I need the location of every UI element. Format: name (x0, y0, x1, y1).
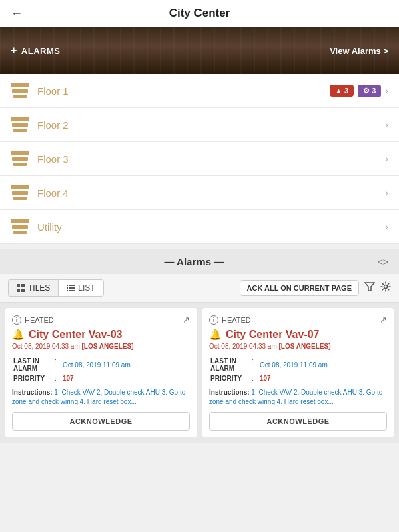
code-icon[interactable]: <> (378, 257, 388, 267)
toolbar-right: ACK ALL ON CURRENT PAGE (240, 280, 391, 296)
back-button[interactable]: ← (11, 7, 23, 21)
info-icon: i (12, 315, 21, 325)
alarm-card-1: i HEATED ↗ 🔔 City Center Vav-03 Oct 08, … (5, 308, 197, 437)
bell-icon: 🔔 (209, 329, 222, 341)
card-title-1: 🔔 City Center Vav-03 (12, 329, 190, 341)
chevron-icon: › (385, 153, 388, 164)
floor-icon (11, 83, 29, 98)
acknowledge-button-2[interactable]: ACKNOWLEDGE (209, 412, 387, 431)
page-title: City Center (169, 7, 230, 20)
share-icon[interactable]: ↗ (183, 315, 190, 325)
table-row: PRIORITY : 107 (13, 374, 189, 383)
alarm-badge-floor1: ▲ 3 (330, 85, 354, 97)
svg-point-9 (67, 290, 68, 291)
chevron-icon: › (385, 119, 388, 130)
view-alarms-link[interactable]: View Alarms > (330, 46, 388, 56)
floor-1-name: Floor 1 (37, 85, 69, 97)
list-button[interactable]: LIST (58, 279, 103, 297)
svg-point-11 (384, 285, 388, 289)
floor-4-name: Floor 4 (37, 187, 69, 199)
svg-rect-4 (69, 285, 75, 286)
card-date-1: Oct 08, 2019 04:33 am [LOS ANGELES] (12, 343, 190, 350)
floor-item-4[interactable]: Floor 4 › (0, 176, 399, 210)
svg-rect-0 (17, 284, 20, 287)
alarms-header: — Alarms — <> (0, 249, 399, 274)
settings-icon[interactable] (380, 281, 391, 295)
table-row: PRIORITY : 107 (210, 374, 386, 383)
info-icon: i (209, 315, 218, 325)
svg-point-7 (67, 285, 68, 286)
header: ← City Center (0, 0, 399, 27)
bell-icon: 🔔 (12, 329, 25, 341)
floor-item-3[interactable]: Floor 3 › (0, 142, 399, 176)
tiles-icon (17, 284, 25, 292)
svg-rect-6 (69, 290, 75, 291)
card-instructions-1: Instructions: 1. Check VAV 2. Double che… (12, 388, 190, 407)
banner: + ALARMS View Alarms > (0, 27, 399, 74)
cards-grid: i HEATED ↗ 🔔 City Center Vav-03 Oct 08, … (0, 303, 399, 443)
utility-name: Utility (37, 221, 62, 233)
ack-all-button[interactable]: ACK ALL ON CURRENT PAGE (240, 280, 359, 296)
filter-icon[interactable] (364, 281, 375, 295)
svg-rect-5 (69, 287, 75, 289)
chevron-icon: › (385, 85, 388, 96)
plus-icon: + (11, 45, 17, 57)
svg-rect-1 (21, 284, 25, 287)
floor-item-2[interactable]: Floor 2 › (0, 108, 399, 142)
svg-rect-3 (21, 289, 25, 292)
table-row: LAST IN ALARM : Oct 08, 2019 11:09 am (13, 357, 189, 373)
tiles-button[interactable]: TILES (8, 279, 58, 297)
floor-icon (11, 151, 29, 166)
card-type-2: i HEATED (209, 315, 251, 325)
alarms-section: — Alarms — <> TILES (0, 249, 399, 443)
alarm-card-2: i HEATED ↗ 🔔 City Center Vav-07 Oct 08, … (202, 308, 394, 437)
floor-icon (11, 117, 29, 132)
chevron-icon: › (385, 221, 388, 232)
share-icon[interactable]: ↗ (380, 315, 387, 325)
alarms-label: + ALARMS (11, 45, 60, 57)
card-type-1: i HEATED (12, 315, 54, 325)
card-table-1: LAST IN ALARM : Oct 08, 2019 11:09 am PR… (12, 355, 190, 384)
acknowledge-button-1[interactable]: ACKNOWLEDGE (12, 412, 190, 431)
svg-marker-10 (365, 283, 374, 291)
floor-2-name: Floor 2 (37, 119, 69, 131)
alarms-title: — Alarms — (11, 256, 378, 267)
toolbar: TILES LIST ACK ALL ON CURRENT PAGE (0, 274, 399, 303)
gear-badge-floor1: ⚙ 3 (358, 85, 381, 97)
floor-item-1[interactable]: Floor 1 ▲ 3 ⚙ 3 › (0, 74, 399, 108)
view-toggle: TILES LIST (8, 279, 104, 297)
svg-point-8 (67, 287, 68, 289)
chevron-icon: › (385, 187, 388, 198)
svg-rect-2 (17, 289, 20, 292)
floor-icon (11, 219, 29, 234)
floor-3-name: Floor 3 (37, 153, 69, 165)
card-table-2: LAST IN ALARM : Oct 08, 2019 11:09 am PR… (209, 355, 387, 384)
floor-item-utility[interactable]: Utility › (0, 210, 399, 244)
floor-list: Floor 1 ▲ 3 ⚙ 3 › Floor 2 › Floor (0, 74, 399, 244)
card-date-2: Oct 08, 2019 04:33 am [LOS ANGELES] (209, 343, 387, 350)
table-row: LAST IN ALARM : Oct 08, 2019 11:09 am (210, 357, 386, 373)
list-icon (67, 284, 75, 292)
card-instructions-2: Instructions: 1. Check VAV 2. Double che… (209, 388, 387, 407)
card-title-2: 🔔 City Center Vav-07 (209, 329, 387, 341)
floor-icon (11, 185, 29, 200)
